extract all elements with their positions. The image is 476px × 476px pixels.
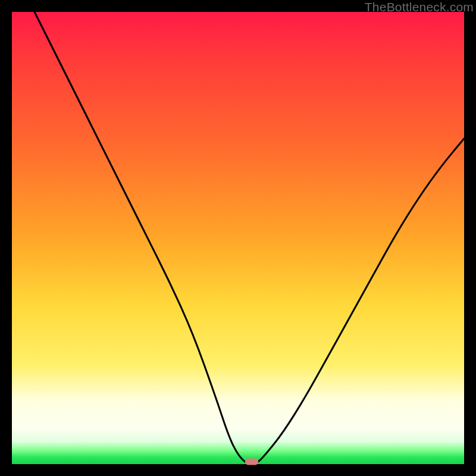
bottleneck-curve bbox=[12, 12, 464, 464]
chart-frame: TheBottleneck.com bbox=[0, 0, 476, 476]
plot-area bbox=[12, 12, 464, 464]
plot-border bbox=[12, 12, 464, 464]
minimum-marker bbox=[245, 459, 258, 465]
